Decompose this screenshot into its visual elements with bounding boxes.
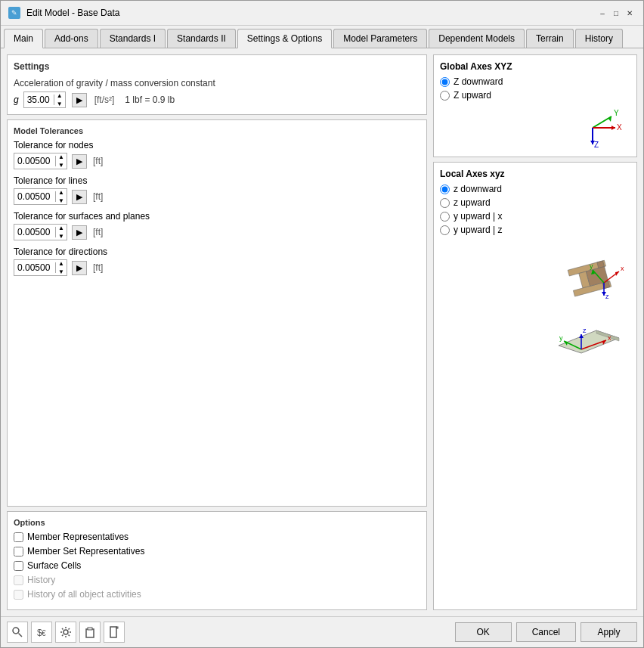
svg-text:z: z [583, 327, 587, 334]
main-content: Settings Acceleration of gravity / mass … [1, 48, 643, 616]
gravity-arrows: ▲ ▼ [54, 91, 65, 108]
tolerance-nodes-arrow-btn[interactable]: ▶ [72, 154, 87, 169]
search-icon-button[interactable] [7, 622, 28, 643]
global-axes-title: Global Axes XYZ [440, 61, 630, 72]
tolerance-lines-value[interactable]: 0.00500 [14, 191, 56, 202]
tolerance-surfaces-down[interactable]: ▼ [56, 232, 67, 240]
surface-cells-checkbox[interactable] [14, 561, 23, 571]
tolerance-lines-up[interactable]: ▲ [56, 188, 67, 197]
svg-marker-4 [611, 126, 615, 130]
clipboard-icon [84, 626, 96, 638]
tolerances-section: Model Tolerances Tolerance for nodes 0.0… [7, 119, 427, 507]
tolerance-surfaces-up[interactable]: ▲ [56, 224, 67, 232]
tab-bar: Main Add-ons Standards I Standards II Se… [1, 26, 643, 48]
svg-point-35 [13, 628, 19, 634]
tolerance-directions-down[interactable]: ▼ [56, 268, 67, 276]
tolerance-nodes-up[interactable]: ▲ [56, 153, 67, 161]
gear-icon [60, 626, 72, 638]
gravity-spinner: 35.00 ▲ ▼ [23, 91, 66, 108]
document-icon-button[interactable] [104, 622, 125, 643]
local-axes-z-up-radio[interactable] [440, 198, 450, 208]
history-all-checkbox [14, 590, 23, 600]
local-axes-y-up-z-radio[interactable] [440, 225, 450, 235]
tab-main[interactable]: Main [4, 29, 43, 48]
tolerance-surfaces-label: Tolerance for surfaces and planes [14, 211, 420, 222]
tolerance-directions-arrow-btn[interactable]: ▶ [72, 261, 87, 275]
gravity-up[interactable]: ▲ [54, 91, 65, 100]
tab-dependent[interactable]: Dependent Models [429, 29, 525, 48]
local-axes-y-up-x-radio[interactable] [440, 212, 450, 222]
app-icon: ✎ [8, 7, 20, 19]
surface-cells-label: Surface Cells [27, 560, 81, 571]
tolerance-directions-up[interactable]: ▲ [56, 259, 67, 268]
svg-point-39 [63, 630, 68, 634]
plane-diagram: x y z [440, 308, 630, 361]
settings-section: Settings Acceleration of gravity / mass … [7, 54, 427, 115]
svg-rect-40 [86, 629, 94, 637]
clipboard-icon-button[interactable] [79, 622, 101, 643]
history-label: History [27, 575, 55, 585]
global-axes-diagram: Y X Z [440, 105, 630, 150]
member-set-representatives-checkbox[interactable] [14, 547, 23, 557]
ok-button[interactable]: OK [455, 622, 512, 642]
settings-title: Settings [14, 61, 420, 72]
local-axes-section: Local Axes xyz z downward z upward y upw… [433, 162, 637, 610]
option-member-set-representatives: Member Set Representatives [14, 546, 420, 557]
g-symbol: g [14, 95, 19, 105]
close-button[interactable]: ✕ [624, 7, 636, 19]
tab-standards1[interactable]: Standards I [100, 29, 166, 48]
tab-model-params[interactable]: Model Parameters [333, 29, 427, 48]
tolerance-nodes-value[interactable]: 0.00500 [14, 156, 56, 166]
beam-svg: x y z [547, 241, 630, 302]
currency-icon: $ € [36, 626, 48, 638]
global-axes-z-down: Z downward [440, 76, 630, 87]
minimize-button[interactable]: – [596, 7, 608, 19]
maximize-button[interactable]: □ [610, 7, 622, 19]
gravity-arrow-btn[interactable]: ▶ [72, 93, 87, 107]
search-icon [11, 626, 23, 638]
tolerance-directions-arrows: ▲ ▼ [56, 259, 67, 276]
svg-text:€: € [42, 629, 46, 637]
currency-icon-button[interactable]: $ € [31, 622, 52, 643]
dialog-buttons: OK Cancel Apply [455, 622, 637, 642]
tolerances-title: Model Tolerances [14, 126, 420, 135]
tab-history[interactable]: History [575, 29, 623, 48]
tolerance-lines-arrows: ▲ ▼ [56, 188, 67, 205]
local-axes-title: Local Axes xyz [440, 169, 630, 179]
svg-text:y: y [590, 262, 593, 270]
gravity-unit: [ft/s²] [94, 95, 115, 105]
tolerance-nodes-down[interactable]: ▼ [56, 161, 67, 169]
tab-standards2[interactable]: Standards II [167, 29, 236, 48]
tolerance-surfaces-value[interactable]: 0.00500 [14, 227, 56, 237]
global-axes-z-up-radio[interactable] [440, 91, 450, 101]
tab-settings[interactable]: Settings & Options [237, 29, 332, 48]
tolerance-surfaces-input-row: 0.00500 ▲ ▼ ▶ [ft] [14, 224, 420, 240]
tolerance-directions-input-row: 0.00500 ▲ ▼ ▶ [ft] [14, 259, 420, 276]
option-history-all: History of all object activities [14, 589, 420, 600]
cancel-button[interactable]: Cancel [516, 622, 576, 642]
right-panel: Global Axes XYZ Z downward Z upward Y [433, 54, 637, 610]
apply-button[interactable]: Apply [581, 622, 637, 642]
tolerance-directions-label: Tolerance for directions [14, 246, 420, 257]
svg-text:y: y [559, 334, 563, 342]
tolerance-lines-down[interactable]: ▼ [56, 197, 67, 205]
tolerance-nodes-spinner: 0.00500 ▲ ▼ [14, 153, 67, 169]
local-axes-y-up-x: y upward | x [440, 211, 630, 222]
gravity-down[interactable]: ▼ [54, 100, 65, 108]
global-axes-z-down-radio[interactable] [440, 77, 450, 87]
local-axes-z-down-radio[interactable] [440, 184, 450, 194]
tolerance-surfaces-arrows: ▲ ▼ [56, 224, 67, 240]
tolerance-lines-arrow-btn[interactable]: ▶ [72, 190, 87, 204]
svg-marker-16 [615, 271, 619, 276]
svg-text:z: z [605, 293, 609, 300]
gravity-value[interactable]: 35.00 [24, 95, 54, 105]
settings-icon-button[interactable] [55, 622, 76, 643]
tolerance-surfaces-row: Tolerance for surfaces and planes 0.0050… [14, 211, 420, 240]
local-axes-z-up: z upward [440, 197, 630, 208]
tolerance-directions-value[interactable]: 0.00500 [14, 262, 56, 273]
global-axes-z-up: Z upward [440, 90, 630, 101]
tab-addons[interactable]: Add-ons [45, 29, 98, 48]
tab-terrain[interactable]: Terrain [526, 29, 574, 48]
member-representatives-checkbox[interactable] [14, 532, 23, 542]
tolerance-surfaces-arrow-btn[interactable]: ▶ [72, 225, 87, 240]
